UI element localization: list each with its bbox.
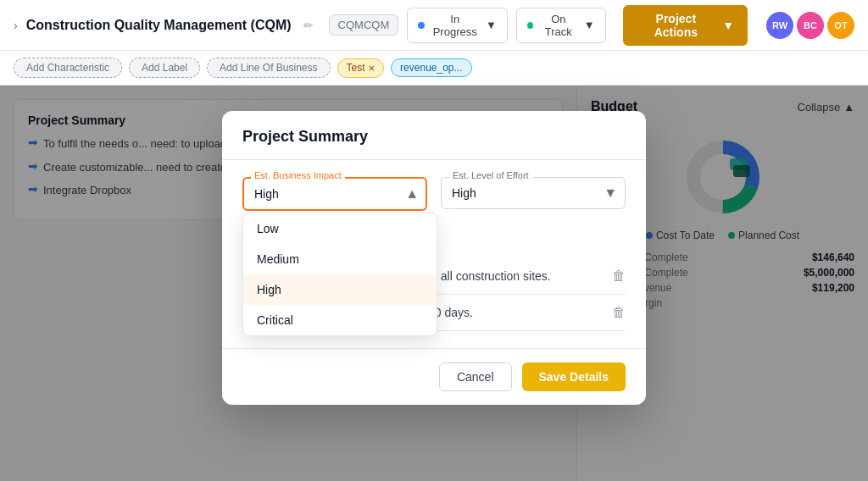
level-effort-select[interactable]: Low Medium High Critical [441, 177, 626, 209]
project-actions-button[interactable]: Project Actions ▼ [623, 5, 748, 46]
project-title: Construction Quality Management (CQM) [26, 18, 292, 33]
modal-title: Project Summary [242, 128, 626, 146]
revenue-tag[interactable]: revenue_op... [391, 58, 471, 77]
top-bar: › Construction Quality Management (CQM) … [0, 0, 868, 51]
business-impact-field: Est. Business Impact Low Medium High Cri… [242, 177, 427, 211]
edit-icon[interactable]: ✏ [303, 19, 314, 32]
add-line-button[interactable]: Add Line Of Business [207, 58, 330, 78]
cancel-button[interactable]: Cancel [439, 362, 512, 391]
test-tag-label: Test [347, 62, 365, 74]
modal-overlay: Project Summary Est. Business Impact Low… [0, 86, 868, 481]
project-badge: CQMCQM [329, 14, 399, 36]
modal-footer: Cancel Save Details [222, 348, 646, 405]
back-chevron-icon[interactable]: › [14, 19, 18, 32]
form-row-impact-effort: Est. Business Impact Low Medium High Cri… [242, 177, 626, 211]
track-label: On Track [538, 13, 579, 38]
add-label-button[interactable]: Add Label [129, 58, 200, 78]
main-layout: Project Summary ➡ To fulfil the needs o.… [0, 86, 868, 481]
save-details-button[interactable]: Save Details [522, 362, 626, 391]
dropdown-option-low[interactable]: Low [243, 213, 437, 244]
test-tag[interactable]: Test × [337, 58, 385, 78]
modal-header: Project Summary [222, 111, 646, 160]
avatar-bc: BC [797, 12, 824, 39]
business-impact-select[interactable]: Low Medium High Critical [242, 177, 427, 211]
kr-delete-icon-2[interactable]: 🗑 [612, 305, 626, 320]
avatar-rw: RW [766, 12, 793, 39]
track-dot [527, 22, 533, 29]
add-characteristic-button[interactable]: Add Characteristic [14, 58, 122, 78]
project-actions-chevron-icon: ▼ [722, 19, 734, 32]
avatar-group: RW BC OT [766, 12, 854, 39]
kr-delete-icon-1[interactable]: 🗑 [612, 268, 626, 284]
dropdown-option-high[interactable]: High [243, 274, 437, 305]
test-tag-close-icon[interactable]: × [369, 62, 376, 75]
business-impact-label: Est. Business Impact [251, 170, 345, 180]
track-button[interactable]: On Track ▼ [516, 8, 606, 43]
status-button[interactable]: In Progress ▼ [407, 8, 508, 43]
dropdown-option-critical[interactable]: Critical [243, 305, 437, 335]
status-dot [418, 22, 424, 29]
level-effort-field: Est. Level of Effort Low Medium High Cri… [441, 177, 626, 211]
project-actions-label: Project Actions [637, 12, 716, 39]
track-chevron-icon: ▼ [584, 19, 595, 31]
business-impact-dropdown: Low Medium High Critical [242, 213, 437, 336]
modal-body: Est. Business Impact Low Medium High Cri… [222, 160, 646, 348]
dropdown-option-medium[interactable]: Medium [243, 244, 437, 274]
status-label: In Progress [430, 13, 481, 38]
avatar-ot: OT [827, 12, 854, 39]
status-chevron-icon: ▼ [486, 19, 497, 31]
level-effort-label: Est. Level of Effort [449, 170, 532, 180]
sub-bar: Add Characteristic Add Label Add Line Of… [0, 51, 868, 86]
project-summary-modal: Project Summary Est. Business Impact Low… [222, 111, 646, 405]
